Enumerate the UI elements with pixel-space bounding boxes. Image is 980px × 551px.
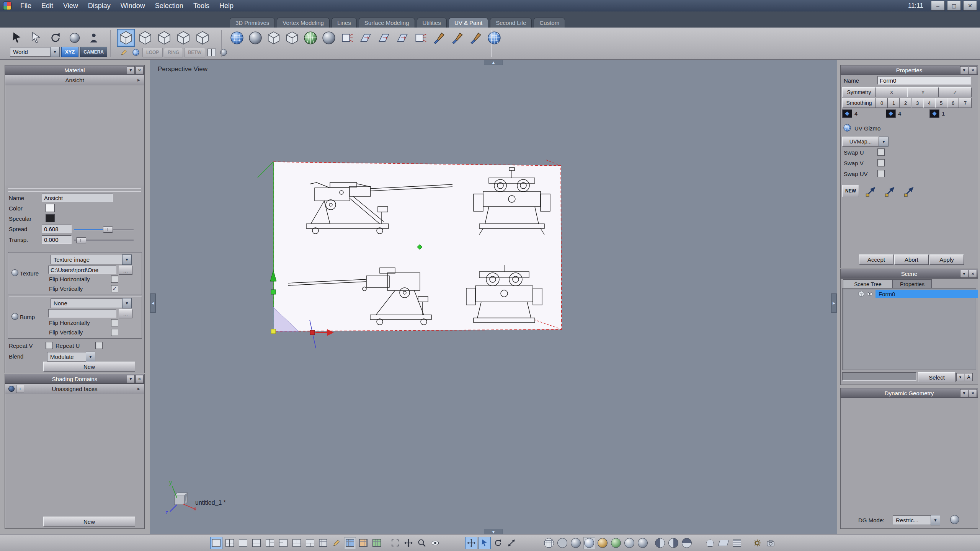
bottom-panel-collapse-handle[interactable]: ▼ bbox=[484, 529, 503, 535]
uv-sphere-map-button[interactable] bbox=[228, 29, 246, 47]
specular-swatch[interactable] bbox=[46, 214, 55, 222]
layout-three-bottom-button[interactable] bbox=[304, 537, 316, 549]
translate-tool-button[interactable] bbox=[465, 537, 477, 549]
texture-browse-button[interactable]: ... bbox=[119, 266, 132, 275]
perspective-viewport[interactable]: Perspective View untitled_1 * y x z ▲ ▼ … bbox=[150, 59, 837, 535]
menu-file[interactable]: File bbox=[15, 0, 36, 11]
range-stepper-2-icon[interactable] bbox=[886, 109, 896, 118]
ring-button[interactable]: RING bbox=[164, 48, 183, 57]
smoothing-level-0-button[interactable]: 0 bbox=[876, 98, 888, 108]
uv-gizmo-rotate-icon[interactable] bbox=[884, 184, 897, 198]
ngon-display-button[interactable] bbox=[704, 537, 716, 549]
bump-flip-h-checkbox[interactable] bbox=[111, 319, 118, 326]
shading-smooth-button[interactable] bbox=[583, 537, 595, 549]
left-panel-collapse-handle[interactable]: ◄ bbox=[150, 293, 156, 313]
menu-edit[interactable]: Edit bbox=[36, 0, 58, 11]
shading-domain-row[interactable]: + Unassigned faces ► bbox=[5, 384, 144, 394]
blend-dropdown-button[interactable]: ▼ bbox=[86, 352, 95, 362]
dg-collapse-button[interactable]: ▼ bbox=[960, 389, 968, 397]
uv-new-button[interactable]: NEW bbox=[842, 185, 859, 197]
visibility-eye-icon[interactable] bbox=[866, 290, 873, 297]
symmetry-y-button[interactable]: Y bbox=[907, 87, 939, 97]
menu-window[interactable]: Window bbox=[116, 0, 150, 11]
uv-globe-unwrap-button[interactable] bbox=[302, 29, 319, 47]
viewport-canvas[interactable] bbox=[150, 59, 837, 535]
smoothing-level-5-button[interactable]: 5 bbox=[935, 98, 947, 108]
smoothing-level-2-button[interactable]: 2 bbox=[900, 98, 911, 108]
scene-properties-tab[interactable]: Properties bbox=[893, 279, 932, 289]
dg-close-button[interactable]: ✕ bbox=[969, 389, 977, 397]
uv-checker-sphere-button[interactable] bbox=[247, 29, 264, 47]
transp-slider-handle[interactable] bbox=[76, 237, 86, 243]
shading-new-button[interactable]: New bbox=[43, 517, 135, 527]
abort-button[interactable]: Abort bbox=[894, 254, 929, 265]
menu-help[interactable]: Help bbox=[214, 0, 238, 11]
backface-display-button[interactable] bbox=[654, 537, 666, 549]
scene-close-button[interactable]: ✕ bbox=[969, 270, 977, 278]
layout-single-button[interactable] bbox=[210, 537, 222, 549]
tab-3d-primitives[interactable]: 3D Primitives bbox=[230, 18, 275, 28]
symmetry-x-button[interactable]: X bbox=[876, 87, 907, 97]
texture-path-input[interactable] bbox=[48, 266, 116, 274]
app-icon[interactable] bbox=[3, 2, 11, 10]
right-panel-collapse-handle[interactable]: ► bbox=[831, 293, 837, 313]
scene-tree-tab[interactable]: Scene Tree bbox=[843, 279, 893, 289]
two-sided-display-button[interactable] bbox=[667, 537, 679, 549]
smoothing-level-1-button[interactable]: 1 bbox=[888, 98, 900, 108]
menu-tools[interactable]: Tools bbox=[188, 0, 214, 11]
texture-type-combo[interactable]: Texture image ▼ bbox=[51, 254, 132, 265]
normals-display-button[interactable] bbox=[681, 537, 693, 549]
scene-filter-dropdown-button[interactable]: ▼ bbox=[956, 373, 964, 381]
swap-u-checkbox[interactable] bbox=[877, 148, 885, 156]
dg-mode-dropdown-button[interactable]: ▼ bbox=[931, 515, 940, 525]
repeat-u-checkbox[interactable] bbox=[95, 342, 103, 349]
paint-knife-button[interactable] bbox=[449, 29, 466, 47]
xyz-button[interactable]: XYZ bbox=[61, 47, 78, 57]
shading-flat-button[interactable] bbox=[570, 537, 582, 549]
scene-sort-button[interactable]: A bbox=[965, 373, 973, 381]
shading-wireframe-button[interactable] bbox=[543, 537, 555, 549]
tab-second-life[interactable]: Second Life bbox=[490, 18, 532, 28]
maximize-button[interactable]: ▢ bbox=[947, 1, 961, 11]
accept-button[interactable]: Accept bbox=[859, 254, 893, 265]
gizmo-green-handle[interactable] bbox=[271, 290, 276, 294]
swap-uv-checkbox[interactable] bbox=[877, 170, 885, 177]
uv-box-map-button[interactable] bbox=[265, 29, 283, 47]
layout-three-top-button[interactable] bbox=[291, 537, 303, 549]
layout-two-vertical-button[interactable] bbox=[250, 537, 263, 549]
bump-type-dropdown-button[interactable]: ▼ bbox=[122, 298, 132, 308]
uvmap-button[interactable]: UVMap... bbox=[842, 137, 879, 147]
select-points-mode-button[interactable] bbox=[117, 29, 135, 47]
layout-two-horizontal-button[interactable] bbox=[237, 537, 249, 549]
swap-v-checkbox[interactable] bbox=[877, 159, 885, 166]
scene-collapse-button[interactable]: ▼ bbox=[960, 270, 968, 278]
shading-textured-shaded-button[interactable] bbox=[610, 537, 622, 549]
menu-display[interactable]: Display bbox=[83, 0, 116, 11]
paint-tube-button[interactable] bbox=[467, 29, 485, 47]
gizmo-origin-handle[interactable] bbox=[271, 329, 276, 334]
select-faces-mode-button[interactable] bbox=[155, 29, 173, 47]
scene-tree-area[interactable]: Form0 bbox=[842, 288, 976, 370]
layout-three-left-button[interactable] bbox=[264, 537, 276, 549]
material-name-input[interactable] bbox=[42, 194, 113, 202]
smoothing-level-7-button[interactable]: 7 bbox=[959, 98, 972, 108]
floor-grid-button[interactable] bbox=[317, 537, 329, 549]
select-backface-button[interactable] bbox=[218, 47, 229, 57]
color-swatch[interactable] bbox=[46, 204, 55, 212]
texture-flip-v-checkbox[interactable]: ✓ bbox=[111, 285, 118, 292]
material-close-button[interactable]: ✕ bbox=[136, 66, 144, 74]
betw-button[interactable]: BETW bbox=[184, 48, 205, 57]
uv-projection-x-button[interactable] bbox=[375, 29, 393, 47]
fit-view-button[interactable] bbox=[389, 537, 401, 549]
rotate-view-button[interactable] bbox=[47, 29, 64, 47]
transp-input[interactable] bbox=[42, 235, 72, 244]
scale-tool-button[interactable] bbox=[505, 537, 518, 549]
render-camera-button[interactable] bbox=[764, 537, 777, 549]
world-dropdown-button[interactable]: ▼ bbox=[50, 47, 60, 57]
scene-tree-item-form0[interactable]: Form0 bbox=[875, 290, 978, 298]
minimize-button[interactable]: – bbox=[931, 1, 945, 11]
patch-display-button[interactable] bbox=[717, 537, 730, 549]
texture-flip-h-checkbox[interactable] bbox=[111, 276, 118, 283]
shading-textured-button[interactable] bbox=[596, 537, 609, 549]
uv-grid-green-button[interactable] bbox=[371, 537, 383, 549]
